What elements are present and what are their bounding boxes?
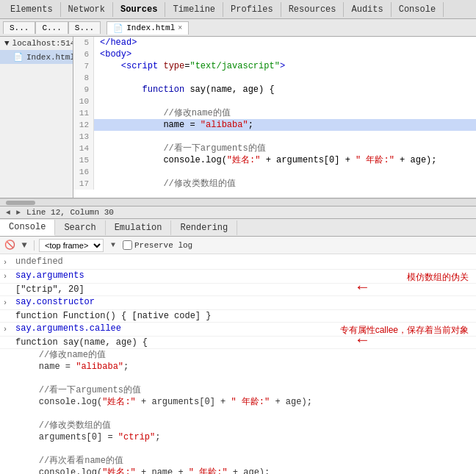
tab-profiles[interactable]: Profiles bbox=[223, 2, 281, 17]
code-editor[interactable]: 5 </head> 6 <body> 7 <script type="text/… bbox=[73, 37, 476, 198]
console-line-ctrip: ["ctrip", 20] ← bbox=[0, 284, 476, 296]
code-line-6: 6 <body> bbox=[73, 49, 476, 60]
code-line-8: 8 bbox=[73, 72, 476, 84]
scrollbar-thumb[interactable] bbox=[6, 201, 35, 205]
tab-timeline[interactable]: Timeline bbox=[165, 2, 223, 17]
console-line-function-say: function say(name, age) { ← bbox=[0, 337, 476, 349]
tab-resources[interactable]: Resources bbox=[281, 2, 345, 17]
dropdown-arrow-icon[interactable]: ▼ bbox=[108, 240, 118, 251]
tab-console-rendering[interactable]: Rendering bbox=[171, 220, 237, 235]
code-line-11: 11 //修改name的值 bbox=[73, 107, 476, 119]
tab-console-search[interactable]: Search bbox=[55, 220, 105, 235]
close-icon[interactable]: × bbox=[178, 24, 182, 32]
code-line-15: 15 console.log("姓名:" + arguments[0] + " … bbox=[73, 154, 476, 166]
file-tabs: S... C... S... 📄 Index.html × bbox=[0, 19, 476, 37]
nav-localhost[interactable]: ▼ localhost:5140 bbox=[0, 37, 73, 50]
nav-right-icon[interactable]: ► bbox=[16, 209, 21, 217]
console-toolbar: 🚫 ▼ <top frame> ▼ Preserve log bbox=[0, 237, 476, 254]
console-line-function-function: function Function() { [native code] } bbox=[0, 310, 476, 323]
code-line-14: 14 //看一下arguments的值 bbox=[73, 143, 476, 154]
preserve-log-label[interactable]: Preserve log bbox=[123, 240, 192, 250]
cursor-position: Line 12, Column 30 bbox=[26, 208, 114, 217]
collapse-icon: ▼ bbox=[4, 39, 10, 48]
code-content: 5 </head> 6 <body> 7 <script type="text/… bbox=[73, 37, 476, 190]
frame-selector[interactable]: <top frame> bbox=[39, 239, 104, 252]
tab-console-console[interactable]: Console bbox=[0, 220, 55, 236]
tab-audits[interactable]: Audits bbox=[344, 2, 391, 17]
code-line-17: 17 //修改类数组的值 bbox=[73, 178, 476, 190]
code-line-7: 7 <script type="text/javascript"> bbox=[73, 60, 476, 72]
filter-icon[interactable]: ▼ bbox=[19, 240, 29, 251]
status-bar: ◄ ► Line 12, Column 30 bbox=[0, 206, 476, 219]
console-code-block: //修改name的值 name = "alibaba"; //看一下argume… bbox=[0, 349, 476, 474]
file-tab-c[interactable]: C... bbox=[35, 21, 68, 34]
tab-network[interactable]: Network bbox=[61, 2, 113, 17]
main-editor-area: ▼ localhost:5140 📄 Index.html 5 </head> … bbox=[0, 37, 476, 198]
code-line-10: 10 bbox=[73, 96, 476, 107]
clear-console-icon[interactable]: 🚫 bbox=[4, 240, 15, 251]
devtools-window: Elements Network Sources Timeline Profil… bbox=[0, 0, 476, 474]
preserve-log-checkbox[interactable] bbox=[123, 240, 132, 250]
file-tab-s1[interactable]: S... bbox=[3, 21, 35, 34]
horizontal-scrollbar[interactable] bbox=[0, 198, 476, 206]
code-line-13: 13 bbox=[73, 131, 476, 143]
file-navigator: ▼ localhost:5140 📄 Index.html bbox=[0, 37, 73, 198]
file-tab-s2[interactable]: S... bbox=[68, 21, 101, 34]
toolbar-separator bbox=[34, 240, 35, 251]
console-line-say-arguments[interactable]: › say.arguments 模仿数组的伪关 bbox=[0, 270, 476, 284]
console-line-say-callee[interactable]: › say.arguments.callee 专有属性callee，保存着当前对… bbox=[0, 323, 476, 337]
file-tab-index[interactable]: 📄 Index.html × bbox=[107, 21, 189, 35]
code-line-5: 5 </head> bbox=[73, 37, 476, 49]
tab-sources[interactable]: Sources bbox=[113, 2, 165, 17]
console-line-say-constructor[interactable]: › say.constructor bbox=[0, 296, 476, 310]
tab-elements[interactable]: Elements bbox=[3, 2, 61, 17]
tab-console-emulation[interactable]: Emulation bbox=[106, 220, 172, 235]
code-line-16: 16 bbox=[73, 166, 476, 178]
console-line-undefined: › undefined bbox=[0, 256, 476, 270]
nav-left-icon[interactable]: ◄ bbox=[6, 209, 10, 217]
top-nav: Elements Network Sources Timeline Profil… bbox=[0, 0, 476, 19]
nav-index-html[interactable]: 📄 Index.html bbox=[0, 50, 73, 64]
tab-console[interactable]: Console bbox=[392, 2, 444, 17]
code-line-12: 12 name = "alibaba"; bbox=[73, 119, 476, 131]
console-output[interactable]: › undefined › say.arguments 模仿数组的伪关 ["ct… bbox=[0, 254, 476, 474]
code-line-9: 9 function say(name, age) { bbox=[73, 84, 476, 96]
file-icon: 📄 bbox=[13, 52, 24, 62]
console-tabs: Console Search Emulation Rendering bbox=[0, 219, 476, 237]
